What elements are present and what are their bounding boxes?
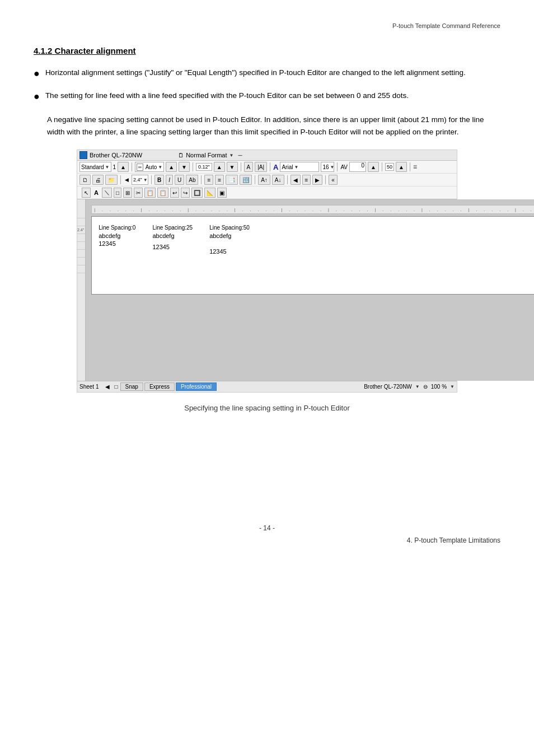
printer-dropdown-arrow[interactable]: ▼ xyxy=(415,384,420,389)
size-arrow: ▼ xyxy=(143,178,148,183)
up-btn-3[interactable]: ▲ xyxy=(214,162,225,172)
arrange-tool[interactable]: 📐 xyxy=(204,188,216,198)
paste-tool[interactable]: 📋 xyxy=(157,188,168,198)
standard-dropdown[interactable]: Standard ▼ xyxy=(79,162,111,172)
format-label: Normal Format xyxy=(186,152,227,158)
smaller-A-btn[interactable]: A↓ xyxy=(272,175,284,185)
extra-tool[interactable]: ▣ xyxy=(217,188,227,198)
line-spacing-25: Line Spacing:25 abcdefg 12345 xyxy=(152,225,193,251)
tab-snap[interactable]: Snap xyxy=(120,382,143,391)
minus-btn[interactable]: ─ xyxy=(238,152,242,158)
up-btn-2[interactable]: ▲ xyxy=(166,162,177,172)
ruler-mark xyxy=(77,211,85,218)
rect-tool[interactable]: □ xyxy=(114,188,121,198)
cut-tool[interactable]: ✂ xyxy=(134,188,143,198)
down-btn-2[interactable]: ▼ xyxy=(179,162,190,172)
toolbar-area: Standard ▼ 1 ▲ ═ Auto ▼ ▲ ▼ 0.12" ▲ ▼ A … xyxy=(77,161,457,199)
outline-btn[interactable]: Ab xyxy=(186,175,198,185)
ls-text-0-line2: 12345 xyxy=(99,240,135,248)
sep-3 xyxy=(241,162,241,171)
charspace-up[interactable]: ▲ xyxy=(396,162,407,172)
bullet-text-2: The setting for line feed with a line fe… xyxy=(45,90,409,102)
auto-icon: ═ xyxy=(137,164,143,171)
size-input[interactable]: 0.12" xyxy=(196,163,212,171)
auto-label: Auto xyxy=(146,164,157,170)
sep-9 xyxy=(151,175,152,184)
arrow-tool[interactable]: ↖ xyxy=(82,188,91,198)
page-number: - 14 - xyxy=(34,524,500,532)
tab-express[interactable]: Express xyxy=(144,382,175,391)
sep-10 xyxy=(201,175,202,184)
align4-btn[interactable]: 🔣 xyxy=(240,175,252,185)
sep-12 xyxy=(287,175,288,184)
app-titlebar: Brother QL-720NW 🗒 Normal Format ▼ ─ xyxy=(77,150,457,161)
ruler-mark xyxy=(77,242,85,250)
up-btn-1[interactable]: ▲ xyxy=(118,162,129,172)
value1: 1 xyxy=(113,164,116,170)
section-title: 4.1.2 Character alignment xyxy=(34,46,500,55)
align-r-btn[interactable]: ▶ xyxy=(312,175,322,185)
toolbar-row-1: Standard ▼ 1 ▲ ═ Auto ▼ ▲ ▼ 0.12" ▲ ▼ A … xyxy=(77,161,457,173)
auto-arrow: ▼ xyxy=(158,165,162,170)
underline-btn[interactable]: U xyxy=(175,175,184,185)
redo-tool[interactable]: ↪ xyxy=(181,188,190,198)
panel-toggle-btn[interactable]: ≡ xyxy=(413,163,417,171)
ruler-mark xyxy=(77,218,85,226)
size-dropdown[interactable]: 2.4" ▼ xyxy=(132,175,148,185)
standard-label: Standard xyxy=(81,164,104,170)
printer-name: Brother QL-720NW xyxy=(364,384,412,390)
A-tool[interactable]: A xyxy=(92,189,100,197)
tab-professional[interactable]: Professional xyxy=(176,382,217,391)
bullet-icon: ● xyxy=(34,66,40,82)
format-dropdown-arrow[interactable]: ▼ xyxy=(229,153,234,158)
chevron-btn[interactable]: « xyxy=(329,175,338,185)
nav-square[interactable]: □ xyxy=(114,384,118,390)
new-btn[interactable]: 🗋 xyxy=(79,175,91,185)
fontsize-dropdown[interactable]: 16 ▼ xyxy=(321,162,334,172)
align-c-btn[interactable]: ≡ xyxy=(302,175,311,185)
bold-btn[interactable]: B xyxy=(154,175,164,185)
format-tool[interactable]: 🔲 xyxy=(191,188,203,198)
align-l-btn[interactable]: ◀ xyxy=(291,175,301,185)
line-spacing-row: Line Spacing:0 abcdefg 12345 Line Spacin… xyxy=(99,225,534,256)
align-left-btn[interactable]: A xyxy=(244,162,254,172)
copy-tool[interactable]: 📋 xyxy=(144,188,156,198)
ls-label-25: Line Spacing:25 xyxy=(152,225,193,231)
kern-input[interactable]: 0 xyxy=(349,162,366,172)
ls-text-0-line1: abcdefg xyxy=(99,232,135,240)
status-tabs: Snap Express Professional xyxy=(120,382,217,391)
bullet-list: ● Horizontal alignment settings ("Justif… xyxy=(34,67,500,105)
down-btn-3[interactable]: ▼ xyxy=(227,162,238,172)
ls-label-0: Line Spacing:0 xyxy=(99,225,135,231)
ruler-mark xyxy=(77,234,85,242)
line-tool[interactable]: ＼ xyxy=(102,188,112,198)
print-btn[interactable]: 🖨 xyxy=(92,175,104,185)
label-canvas[interactable]: Line Spacing:0 abcdefg 12345 Line Spacin… xyxy=(91,216,534,295)
nav-left[interactable]: ◀ xyxy=(105,384,110,390)
align2-btn[interactable]: ≡ xyxy=(215,175,224,185)
align-center-btn[interactable]: |A| xyxy=(255,162,267,172)
font-size-val: 16 xyxy=(322,164,329,170)
charspace-input[interactable]: 50 xyxy=(385,163,394,171)
ls-text-50-line2: 12345 xyxy=(209,248,250,255)
bigger-A-btn[interactable]: A↑ xyxy=(258,175,270,185)
status-right: Brother QL-720NW ▼ ⊖ 100 % ▼ xyxy=(364,384,455,390)
kern-up[interactable]: ▲ xyxy=(368,162,379,172)
undo-tool[interactable]: ↩ xyxy=(170,188,179,198)
browse-btn[interactable]: 📁 xyxy=(105,175,118,185)
page-header: P-touch Template Command Reference xyxy=(34,22,500,29)
italic-btn[interactable]: I xyxy=(166,175,173,185)
left-ruler: 2.4" xyxy=(77,199,86,381)
list-item: ● The setting for line feed with a line … xyxy=(34,90,500,105)
font-dropdown[interactable]: Arial ▼ xyxy=(280,162,319,172)
align-justify-btn[interactable]: ≡ xyxy=(204,175,213,185)
zoom-out-btn[interactable]: ⊖ xyxy=(423,384,428,390)
grid-tool[interactable]: ⊞ xyxy=(123,188,132,198)
line-spacing-50: Line Spacing:50 abcdefg 12345 xyxy=(209,225,250,256)
zoom-dropdown-arrow[interactable]: ▼ xyxy=(450,384,455,389)
auto-dropdown[interactable]: ═ Auto ▼ xyxy=(135,162,164,172)
size-val: 2.4" xyxy=(133,177,142,183)
sep-6 xyxy=(382,162,382,171)
align3-btn[interactable]: 📑 xyxy=(226,175,238,185)
screenshot: Brother QL-720NW 🗒 Normal Format ▼ ─ Sta… xyxy=(77,150,457,393)
